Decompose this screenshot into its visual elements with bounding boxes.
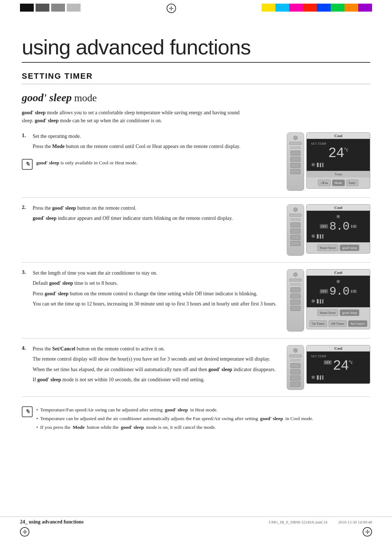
on-timer-btn-3[interactable]: On Timer xyxy=(309,320,327,327)
stick-circle-2 xyxy=(293,208,298,212)
stick-btn-3b xyxy=(290,293,301,299)
hr-label-3: HR xyxy=(351,289,357,294)
color-cyan xyxy=(275,4,289,12)
note-1: ✎ good' sleep is only available in Cool … xyxy=(22,156,279,173)
stick-rect-4b xyxy=(290,359,301,361)
color-green xyxy=(331,4,344,12)
step4-text: 4. Press the Set/Cancel button on the re… xyxy=(22,345,279,390)
note-icon-2: ✎ xyxy=(22,406,33,417)
step-4-detail-2: When the set time has elapsed, the air c… xyxy=(33,366,275,374)
smart-saver-btn-3[interactable]: Smart Saver xyxy=(317,309,338,316)
off-tag-3: OFF xyxy=(320,289,328,293)
stick-btn-1c xyxy=(290,163,301,168)
footer-left: 24_ using advanced functions xyxy=(20,519,83,525)
note-icon-1: ✎ xyxy=(22,159,33,170)
screen-body-3: ❄ OFF 9.0 HR ❄ ▋▌▍ xyxy=(307,276,370,307)
screen-header-3: Cool xyxy=(307,270,370,276)
sub-heading: good' sleep mode xyxy=(22,91,370,104)
note-bullet-3: If you press the Mode button while the g… xyxy=(36,424,313,431)
note-bullets: Temperature/Fan speed/Air swing can be a… xyxy=(36,406,313,431)
color-yellow xyxy=(262,4,275,12)
color-magenta xyxy=(289,4,303,12)
color-orange xyxy=(344,4,358,12)
stick-btn-1a xyxy=(290,151,301,156)
step-4-detail-1: The remote control display will show the… xyxy=(33,355,275,363)
mode-btn-1[interactable]: Mode xyxy=(332,180,345,186)
section-heading: SETTING TIMER xyxy=(22,71,370,84)
good-sleep-btn-2[interactable]: good' sleep xyxy=(340,245,359,251)
fan-right-btn-1[interactable]: Fan▷ xyxy=(346,180,359,186)
good-sleep-btn-3[interactable]: good' sleep xyxy=(340,309,359,316)
snowflake-icon-1: ❄ xyxy=(311,162,315,168)
footer-bar: 24_ using advanced functions UMG_IB_E_DB… xyxy=(0,517,392,527)
btn-row-3a: Smart Saver good' sleep xyxy=(307,307,370,318)
stick-btn-4c xyxy=(290,375,301,381)
footer-right: UMG_IB_E_DB98-32249A.indd 24 2010-12-30 … xyxy=(269,520,372,524)
screen-col-3: Cool ❄ OFF 9.0 HR ❄ xyxy=(306,269,370,332)
screen-header-1: Cool xyxy=(307,133,370,139)
note-bullet-1: Temperature/Fan speed/Air swing can be a… xyxy=(36,406,313,414)
hours-display-3: 9.0 xyxy=(330,285,350,298)
divider-2 xyxy=(22,262,370,263)
snowflake-icon-4: ❄ xyxy=(311,374,315,381)
remote-panel-3: Cool ❄ OFF 9.0 HR ❄ xyxy=(287,269,370,332)
stick-circle-4 xyxy=(293,348,298,353)
color-red xyxy=(303,4,317,12)
note-1-text: good' sleep is only available in Cool or… xyxy=(36,159,138,167)
off-timer-btn-3[interactable]: Off Timer xyxy=(328,320,347,327)
btn-row-2: Smart Saver good' sleep xyxy=(307,242,370,253)
off-tag-4: OFF xyxy=(324,360,332,365)
color-purple xyxy=(358,4,372,12)
crosshair-bottom-right: ✛ xyxy=(363,527,372,537)
screen-body-2: ❄ OFF 8.0 HR ❄ ▋▌▍ xyxy=(307,211,370,242)
step-4-title: Press the Set/Cancel button on the remot… xyxy=(33,345,275,353)
signal-icon-1: ▋▌▍ xyxy=(317,163,325,167)
note-2: ✎ Temperature/Fan speed/Air swing can be… xyxy=(22,403,370,436)
step-1-body: Set the operating mode. Press the Mode b… xyxy=(33,132,240,151)
step-2: 2. Press the good' sleep button on the r… xyxy=(22,204,279,223)
stick-btn-3c xyxy=(290,300,301,305)
step-3-body: Set the length of time you want the air … xyxy=(33,269,277,308)
stick-btn-3d xyxy=(290,306,301,311)
color-bar xyxy=(262,4,372,12)
stick-circle-1 xyxy=(293,136,298,140)
reg-gray-2 xyxy=(51,4,65,12)
divider-1 xyxy=(22,197,370,198)
stick-buttons-3 xyxy=(289,287,302,311)
set-cancel-btn-3[interactable]: Set Cancel xyxy=(348,320,367,327)
step-1: 1. Set the operating mode. Press the Mod… xyxy=(22,132,279,151)
step-2-detail: good' sleep indicator appears and Off ti… xyxy=(33,214,233,222)
icons-row-4: ❄ ▋▌▍ xyxy=(311,374,325,381)
good-sleep-title: good' sleep xyxy=(22,91,72,103)
step3-section: 3. Set the length of time you want the a… xyxy=(22,269,370,332)
step-3-detail-3: You can set the time up to 12 hours, inc… xyxy=(33,300,277,308)
fan-left-btn-1[interactable]: ◁Fan xyxy=(318,180,331,186)
crosshair-center: ✛ xyxy=(167,4,176,13)
stick-rect-2a xyxy=(289,214,302,217)
signal-icon-4: ▋▌▍ xyxy=(317,375,325,379)
stick-btn-2a xyxy=(290,222,301,227)
step-4-number: 4. xyxy=(22,345,29,384)
stick-btn-4b xyxy=(290,369,301,374)
temp-display-1: 24 °c xyxy=(328,145,348,161)
remote-stick-3 xyxy=(287,269,304,332)
temp-number-4: 24 xyxy=(333,358,349,374)
remote-display-2-wrapper: Cool ❄ OFF 8.0 HR ❄ xyxy=(287,204,370,256)
step-4: 4. Press the Set/Cancel button on the re… xyxy=(22,345,279,384)
crosshair-bottom-left: ✛ xyxy=(20,527,29,537)
remote-panel-2: Cool ❄ OFF 8.0 HR ❄ xyxy=(287,204,370,256)
stick-rect-3a xyxy=(289,279,302,282)
off-tag-2: OFF xyxy=(320,224,328,229)
btn-row-3b: On Timer Off Timer Set Cancel xyxy=(307,318,370,329)
smart-saver-btn-2[interactable]: Smart Saver xyxy=(317,245,338,251)
snowflake-icon-3b: ❄ xyxy=(311,298,315,304)
footer-date: 2010-12-30 14:00:48 xyxy=(338,520,372,524)
screen-label-1: Temp xyxy=(307,171,370,177)
hr-label-2: HR xyxy=(351,224,357,229)
screen-body-1: SET TEMP 24 °c ❄ ▋▌▍ xyxy=(307,139,370,171)
remote-display-1-wrapper: Cool SET TEMP 24 °c ❄ ▋▌▍ xyxy=(287,132,370,191)
screen-col-4: Cool SET TEMP OFF 24 °c ❄ ▋▌▍ xyxy=(306,345,370,390)
snowflake-icon-2b: ❄ xyxy=(311,233,315,239)
icons-row-3: ❄ ▋▌▍ xyxy=(311,298,325,304)
remote-panel-4: Cool SET TEMP OFF 24 °c ❄ ▋▌▍ xyxy=(287,345,370,390)
